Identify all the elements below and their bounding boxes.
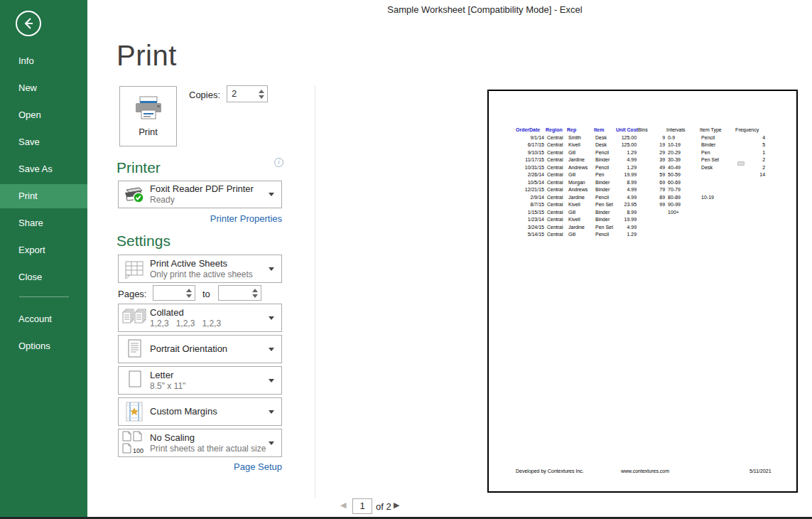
orientation-select[interactable]: Portrait Orientation <box>118 335 282 363</box>
scaling-title: No Scaling <box>150 432 269 444</box>
table-row: 1/23/14CentralKivellBinder19.99 <box>516 216 767 224</box>
copies-value: 2 <box>227 86 256 102</box>
margins-title: Custom Margins <box>150 406 269 417</box>
chevron-down-icon <box>269 442 274 445</box>
page-count-label: of 2 <box>376 501 391 512</box>
page-title: Print <box>117 40 177 72</box>
pages-from-value <box>153 286 183 300</box>
column-header: Intervals <box>666 127 700 134</box>
print-what-title: Print Active Sheets <box>150 258 269 269</box>
paper-size-title: Letter <box>150 370 269 381</box>
excel-backstage-print-view: InfoNewOpenSaveSave AsPrintShareExportCl… <box>0 0 812 519</box>
copies-spin-arrows[interactable] <box>256 86 267 102</box>
printer-properties-link[interactable]: Printer Properties <box>210 213 282 224</box>
collated-icon <box>119 308 150 328</box>
printer-name: Foxit Reader PDF Printer <box>150 183 269 195</box>
table-row: 10/31/15CentralAndrewsPencil1.294940-49D… <box>516 164 767 172</box>
footer-left-text: Developed by Contextures Inc. <box>516 469 584 473</box>
next-page-icon[interactable]: ▶ <box>394 501 399 510</box>
sidebar-item-save[interactable]: Save <box>0 130 87 154</box>
table-row: 12/21/15CentralAndrewsBinder4.997970-79 <box>516 186 767 194</box>
print-preview-page: OrderDateRegionRepItemUnit CostBinsInter… <box>487 90 798 493</box>
sidebar-item-account[interactable]: Account <box>0 307 87 331</box>
scaling-subtitle: Print sheets at their actual size <box>150 444 269 454</box>
cell-comment-marker-icon <box>737 161 745 166</box>
collation-subtitle: 1,2,3 1,2,3 1,2,3 <box>150 319 269 329</box>
sidebar-item-new[interactable]: New <box>0 76 87 100</box>
sidebar-divider <box>19 296 69 297</box>
chevron-down-icon <box>269 410 274 414</box>
column-header: Item Type <box>700 127 735 134</box>
chevron-down-icon <box>269 379 274 382</box>
window-title: Sample Worksheet [Compatibility Mode] - … <box>158 4 812 15</box>
previous-page-icon[interactable]: ◀ <box>340 501 346 510</box>
active-sheets-icon <box>119 258 150 279</box>
table-row: 9/1/14CentralSmithDesk125.0090-9Pencil4 <box>516 134 767 142</box>
info-icon[interactable]: i <box>274 158 283 167</box>
sidebar-item-options[interactable]: Options <box>0 334 87 358</box>
sidebar-item-save-as[interactable]: Save As <box>0 157 87 181</box>
collation-title: Collated <box>150 307 269 319</box>
sidebar-item-open[interactable]: Open <box>0 103 87 127</box>
sidebar-item-close[interactable]: Close <box>0 265 87 289</box>
table-row: 8/7/15CentralKivellPen Set23.959990-99 <box>516 201 767 209</box>
column-header: Region <box>546 127 567 134</box>
chevron-down-icon <box>269 193 274 196</box>
table-row: 6/17/15CentralKivellDesk125.001910-19Bin… <box>516 141 767 149</box>
printer-device-icon <box>119 186 150 204</box>
print-what-select[interactable]: Print Active Sheets Only print the activ… <box>118 255 282 283</box>
column-header: Frequency <box>735 127 767 134</box>
column-header: Unit Cost <box>616 127 638 134</box>
copies-label: Copies: <box>189 90 220 100</box>
column-header: Item <box>594 127 616 134</box>
preview-table: OrderDateRegionRepItemUnit CostBinsInter… <box>516 127 767 239</box>
pages-to-label: to <box>202 289 210 299</box>
pages-from-arrows[interactable] <box>183 286 195 300</box>
chevron-down-icon <box>269 267 274 271</box>
pages-to-arrows[interactable] <box>249 286 261 300</box>
pages-label: Pages: <box>118 289 146 299</box>
table-row: 1/15/15CentralGillBinder8.99100+ <box>516 209 767 217</box>
pages-to-value <box>219 286 249 300</box>
paper-size-subtitle: 8.5" x 11" <box>150 381 269 392</box>
scaling-icon-text: 100 <box>133 447 144 454</box>
table-row: 11/17/15CentralJardineBinder4.993930-39P… <box>516 156 767 164</box>
print-what-subtitle: Only print the active sheets <box>150 269 269 280</box>
back-button[interactable] <box>16 11 41 36</box>
table-row: 2/26/14CentralGillPen19.995950-5914 <box>516 171 767 179</box>
table-row: 9/10/15CentralGillPencil1.292920-29Pen1 <box>516 149 767 157</box>
letter-page-icon <box>119 370 150 391</box>
table-row: 3/24/15CentralJardinePen Set4.99 <box>516 224 767 232</box>
scaling-select[interactable]: 100 No Scaling Print sheets at their act… <box>118 429 282 457</box>
column-header: Bins <box>638 127 666 134</box>
sidebar-item-print[interactable]: Print <box>0 184 87 208</box>
column-header: OrderDate <box>516 127 546 134</box>
print-button-label: Print <box>139 127 158 137</box>
pages-from-stepper[interactable] <box>153 285 195 301</box>
sidebar-item-export[interactable]: Export <box>0 238 87 262</box>
print-button[interactable]: Print <box>119 86 177 146</box>
printer-section-header: Printer <box>117 159 161 176</box>
sidebar-item-share[interactable]: Share <box>0 211 87 235</box>
printer-icon <box>133 95 164 122</box>
footer-right-text: 5/11/2021 <box>749 469 772 473</box>
portrait-page-icon <box>119 338 150 360</box>
table-row: 2/9/14CentralJardinePencil4.998980-8910-… <box>516 194 767 202</box>
copies-stepper[interactable]: 2 <box>227 85 268 102</box>
table-row: 10/5/14CentralMorganBinder8.996960-69 <box>516 179 767 187</box>
page-setup-link[interactable]: Page Setup <box>234 461 282 472</box>
sidebar-item-info[interactable]: Info <box>0 49 87 73</box>
margins-select[interactable]: Custom Margins <box>118 397 282 426</box>
pages-to-stepper[interactable] <box>218 285 261 301</box>
current-page-input[interactable]: 1 <box>352 498 372 514</box>
back-arrow-icon <box>21 16 36 31</box>
collation-select[interactable]: Collated 1,2,3 1,2,3 1,2,3 <box>118 304 282 332</box>
footer-center-text: www.contextures.com <box>621 469 669 473</box>
paper-size-select[interactable]: Letter 8.5" x 11" <box>118 366 282 395</box>
chevron-down-icon <box>269 316 274 320</box>
settings-section-header: Settings <box>117 232 170 250</box>
table-row: 5/14/15CentralGillPencil1.29 <box>516 231 767 239</box>
printer-select[interactable]: Foxit Reader PDF Printer Ready <box>118 181 282 208</box>
chevron-down-icon <box>269 348 274 351</box>
sidebar-nav: InfoNewOpenSaveSave AsPrintShareExportCl… <box>0 49 87 292</box>
